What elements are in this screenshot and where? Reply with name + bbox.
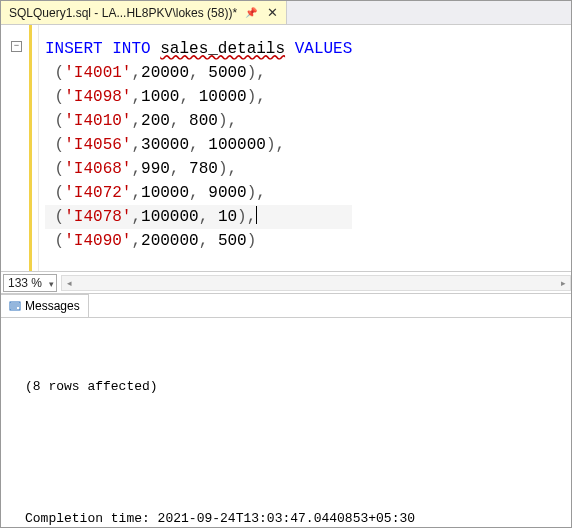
file-tab-title: SQLQuery1.sql - LA...HL8PKV\lokes (58))* [9,6,237,20]
code-line: ('I4072',10000, 9000), [45,181,352,205]
close-icon[interactable]: ✕ [265,6,280,19]
scroll-right-icon[interactable]: ▸ [556,276,570,290]
code-area[interactable]: INSERT INTO sales_details VALUES ('I4001… [39,25,358,271]
code-line: ('I4001',20000, 5000), [45,61,352,85]
messages-panel[interactable]: (8 rows affected) Completion time: 2021-… [1,318,571,527]
file-tab[interactable]: SQLQuery1.sql - LA...HL8PKV\lokes (58))*… [1,1,287,24]
messages-tab-label: Messages [25,299,80,313]
code-line: INSERT INTO sales_details VALUES [45,37,352,61]
completion-time-text: Completion time: 2021-09-24T13:03:47.044… [13,508,559,527]
zoom-level: 133 % [8,276,42,290]
zoom-bar: 133 % ◂ ▸ [1,272,571,294]
horizontal-scrollbar[interactable]: ◂ ▸ [61,275,571,291]
sql-editor[interactable]: − INSERT INTO sales_details VALUES ('I40… [1,25,571,272]
rows-affected-text: (8 rows affected) [13,376,559,398]
code-line: ('I4078',100000, 10), [45,205,352,229]
code-line: ('I4056',30000, 100000), [45,133,352,157]
tab-messages[interactable]: Messages [1,294,89,317]
tab-bar: SQLQuery1.sql - LA...HL8PKV\lokes (58))*… [1,1,571,25]
code-line: ('I4068',990, 780), [45,157,352,181]
results-tab-strip: Messages [1,294,571,318]
code-line: ('I4098',1000, 10000), [45,85,352,109]
code-line: ('I4010',200, 800), [45,109,352,133]
collapse-toggle-icon[interactable]: − [11,41,22,52]
editor-gutter: − [1,25,39,271]
text-cursor [256,206,257,224]
scroll-left-icon[interactable]: ◂ [62,276,76,290]
messages-icon [9,300,21,312]
zoom-select[interactable]: 133 % [3,274,57,292]
pin-icon[interactable]: 📌 [245,7,257,18]
code-line: ('I4090',200000, 500) [45,229,352,253]
